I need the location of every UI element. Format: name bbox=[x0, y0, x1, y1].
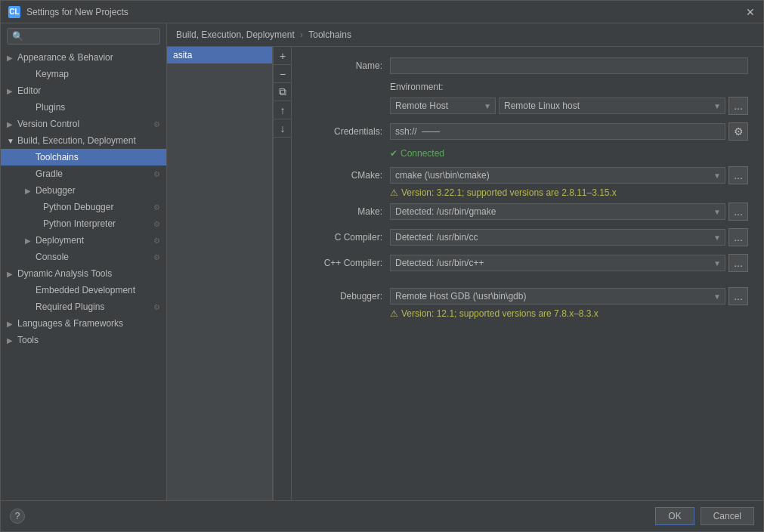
arrow-icon: ▶ bbox=[25, 237, 34, 245]
cmake-label: CMake: bbox=[307, 170, 390, 181]
make-select[interactable]: Detected: /usr/bin/gmake bbox=[390, 203, 725, 220]
arrow-icon: ▶ bbox=[7, 54, 16, 62]
add-toolchain-button[interactable]: + bbox=[274, 47, 292, 65]
arrow-icon: ▼ bbox=[7, 137, 16, 145]
cancel-button[interactable]: Cancel bbox=[701, 507, 754, 525]
sidebar-item-label: Console bbox=[36, 252, 69, 262]
debugger-select-wrapper: Remote Host GDB (\usr\bin\gdb) ▼ bbox=[390, 288, 725, 305]
cmake-warning: ⚠ Version: 3.22.1; supported versions ar… bbox=[390, 187, 748, 198]
cmake-dots-button[interactable]: ... bbox=[728, 166, 748, 184]
gear-icon: ⚙ bbox=[153, 237, 160, 245]
gear-icon: ⚙ bbox=[153, 303, 160, 311]
warning-icon: ⚠ bbox=[390, 308, 398, 319]
environment-select-wrapper: System WSL Remote Host Docker Vagrant ▼ bbox=[390, 97, 496, 114]
sidebar-item-embedded-dev[interactable]: Embedded Development bbox=[1, 282, 166, 298]
content-area: asita + − ⧉ ↑ ↓ Name: bbox=[167, 47, 763, 500]
breadcrumb-part1: Build, Execution, Deployment bbox=[176, 29, 295, 40]
search-input[interactable] bbox=[7, 28, 160, 45]
debugger-field: Remote Host GDB (\usr\bin\gdb) ▼ ... bbox=[390, 287, 748, 305]
sidebar-item-deployment[interactable]: ▶ Deployment ⚙ bbox=[1, 232, 166, 249]
c-compiler-select[interactable]: Detected: /usr/bin/cc bbox=[390, 229, 725, 246]
make-field: Detected: /usr/bin/gmake ▼ ... bbox=[390, 203, 748, 221]
warning-icon: ⚠ bbox=[390, 187, 398, 198]
help-button[interactable]: ? bbox=[10, 509, 25, 524]
move-up-button[interactable]: ↑ bbox=[274, 101, 292, 119]
remove-toolchain-button[interactable]: − bbox=[274, 65, 292, 83]
arrow-icon: ▶ bbox=[7, 87, 16, 95]
cmake-select[interactable]: cmake (\usr\bin\cmake) bbox=[390, 167, 725, 184]
c-compiler-row: C Compiler: Detected: /usr/bin/cc ▼ ... bbox=[307, 228, 748, 246]
arrow-icon: ▶ bbox=[7, 336, 16, 345]
window-title: Settings for New Projects bbox=[26, 7, 745, 17]
sidebar-item-version-control[interactable]: ▶ Version Control ⚙ bbox=[1, 116, 166, 132]
cmake-select-wrapper: cmake (\usr\bin\cmake) ▼ bbox=[390, 167, 725, 184]
name-row: Name: bbox=[307, 57, 748, 74]
sidebar-item-toolchains[interactable]: Toolchains bbox=[1, 149, 166, 165]
close-button[interactable]: ✕ bbox=[745, 7, 756, 17]
dialog-body: ▶ Appearance & Behavior Keymap ▶ Editor … bbox=[1, 23, 763, 500]
cpp-compiler-select-wrapper: Detected: /usr/bin/c++ ▼ bbox=[390, 255, 725, 271]
make-dots-button[interactable]: ... bbox=[728, 203, 748, 221]
list-item-asita[interactable]: asita bbox=[167, 47, 272, 63]
sidebar-item-label: Build, Execution, Deployment bbox=[17, 135, 136, 146]
c-compiler-field: Detected: /usr/bin/cc ▼ ... bbox=[390, 228, 748, 246]
sidebar-item-label: Gradle bbox=[36, 169, 63, 179]
environment-section-label: Environment: bbox=[390, 82, 748, 92]
list-side-panel: asita + − ⧉ ↑ ↓ bbox=[167, 47, 292, 500]
main-content: Build, Execution, Deployment › Toolchain… bbox=[167, 23, 763, 500]
sidebar-item-gradle[interactable]: Gradle ⚙ bbox=[1, 165, 166, 182]
sidebar-item-console[interactable]: Console ⚙ bbox=[1, 249, 166, 265]
footer-left: ? bbox=[10, 509, 25, 524]
debugger-label: Debugger: bbox=[307, 291, 390, 302]
debugger-row: Debugger: Remote Host GDB (\usr\bin\gdb)… bbox=[307, 287, 748, 305]
debugger-select[interactable]: Remote Host GDB (\usr\bin\gdb) bbox=[390, 288, 725, 305]
cpp-compiler-field: Detected: /usr/bin/c++ ▼ ... bbox=[390, 254, 748, 272]
sidebar-item-tools[interactable]: ▶ Tools bbox=[1, 332, 166, 348]
sidebar-item-keymap[interactable]: Keymap bbox=[1, 66, 166, 82]
name-field bbox=[390, 57, 748, 74]
footer: ? OK Cancel bbox=[1, 500, 763, 531]
name-label: Name: bbox=[307, 60, 390, 71]
copy-toolchain-button[interactable]: ⧉ bbox=[274, 83, 292, 101]
cpp-compiler-label: C++ Compiler: bbox=[307, 258, 390, 268]
sidebar-item-label: Embedded Development bbox=[36, 285, 135, 295]
sidebar-item-build-exec-deploy[interactable]: ▼ Build, Execution, Deployment bbox=[1, 132, 166, 149]
sidebar-item-python-interpreter[interactable]: Python Interpreter ⚙ bbox=[1, 215, 166, 232]
debugger-dots-button[interactable]: ... bbox=[728, 287, 748, 305]
cmake-row: CMake: cmake (\usr\bin\cmake) ▼ ... bbox=[307, 166, 748, 184]
title-bar: CL Settings for New Projects ✕ bbox=[1, 1, 763, 23]
credentials-row: Credentials: ⚙ bbox=[307, 122, 748, 141]
connected-text: ✔ Connected bbox=[390, 148, 748, 159]
arrow-icon: ▶ bbox=[25, 187, 34, 195]
credentials-gear-button[interactable]: ⚙ bbox=[728, 122, 748, 141]
cpp-compiler-dots-button[interactable]: ... bbox=[728, 254, 748, 272]
remote-host-select[interactable]: Remote Linux host bbox=[499, 97, 725, 114]
sidebar-item-python-debugger[interactable]: Python Debugger ⚙ bbox=[1, 199, 166, 215]
credentials-input[interactable] bbox=[390, 123, 725, 140]
gear-icon: ⚙ bbox=[153, 170, 160, 178]
remote-host-dots-button[interactable]: ... bbox=[728, 97, 748, 115]
sidebar-item-label: Appearance & Behavior bbox=[17, 52, 113, 63]
c-compiler-dots-button[interactable]: ... bbox=[728, 228, 748, 246]
sidebar-item-label: Toolchains bbox=[36, 152, 79, 162]
settings-panel: Name: Environment: bbox=[292, 47, 763, 500]
move-down-button[interactable]: ↓ bbox=[274, 119, 292, 138]
sidebar-item-languages-frameworks[interactable]: ▶ Languages & Frameworks bbox=[1, 315, 166, 332]
sidebar-item-required-plugins[interactable]: Required Plugins ⚙ bbox=[1, 298, 166, 315]
make-label: Make: bbox=[307, 206, 390, 217]
list-panel-buttons: + − ⧉ ↑ ↓ bbox=[273, 47, 291, 500]
cpp-compiler-select[interactable]: Detected: /usr/bin/c++ bbox=[390, 255, 725, 271]
sidebar-item-debugger[interactable]: ▶ Debugger bbox=[1, 182, 166, 199]
sidebar: ▶ Appearance & Behavior Keymap ▶ Editor … bbox=[1, 23, 167, 500]
arrow-icon: ▶ bbox=[7, 270, 16, 278]
environment-select[interactable]: System WSL Remote Host Docker Vagrant bbox=[390, 97, 496, 114]
sidebar-item-plugins[interactable]: Plugins bbox=[1, 99, 166, 116]
environment-field: System WSL Remote Host Docker Vagrant ▼ bbox=[390, 97, 748, 115]
sidebar-item-label: Debugger bbox=[36, 185, 76, 196]
sidebar-item-editor[interactable]: ▶ Editor bbox=[1, 82, 166, 99]
sidebar-item-dynamic-analysis[interactable]: ▶ Dynamic Analysis Tools bbox=[1, 265, 166, 282]
name-input[interactable] bbox=[390, 57, 748, 74]
ok-button[interactable]: OK bbox=[655, 507, 694, 525]
app-icon: CL bbox=[8, 6, 20, 18]
sidebar-item-appearance[interactable]: ▶ Appearance & Behavior bbox=[1, 49, 166, 66]
